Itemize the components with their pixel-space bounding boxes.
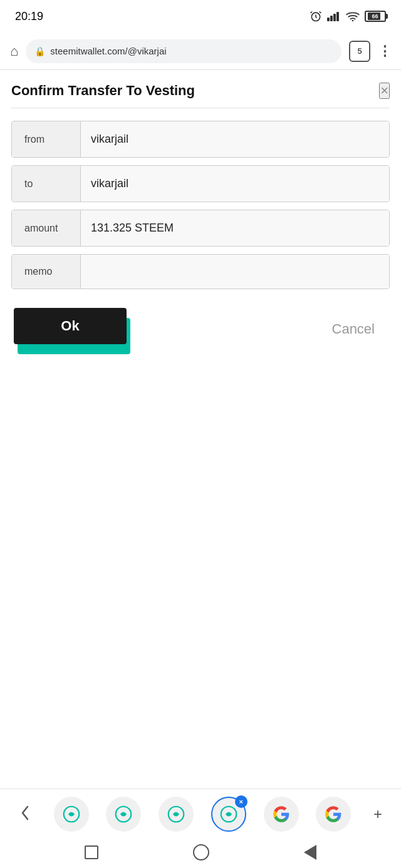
from-value: vikarjail <box>81 121 389 157</box>
memo-field-row: memo <box>11 254 390 289</box>
system-nav-bar <box>0 839 401 868</box>
nav-tab-3[interactable] <box>159 797 194 832</box>
more-menu-icon[interactable]: ⋮ <box>378 43 391 59</box>
svg-rect-2 <box>330 16 333 21</box>
tab-count-button[interactable]: 5 <box>349 41 370 62</box>
svg-point-5 <box>352 20 354 21</box>
svg-rect-1 <box>327 18 330 21</box>
bottom-nav: × + <box>0 789 401 868</box>
lock-icon: 🔒 <box>34 46 45 56</box>
to-value: vikarjail <box>81 166 389 202</box>
ok-button-wrapper: Ok <box>14 308 127 350</box>
amount-label: amount <box>12 210 81 246</box>
back-triangle-icon <box>304 845 316 860</box>
amount-value: 131.325 STEEM <box>81 210 389 246</box>
steemit-tab-icon-1 <box>63 805 80 823</box>
cancel-button[interactable]: Cancel <box>320 315 387 344</box>
status-time: 20:19 <box>15 10 43 23</box>
ok-button[interactable]: Ok <box>14 308 127 344</box>
square-icon <box>85 845 98 859</box>
dialog-divider <box>11 108 390 108</box>
google-tab-icon <box>273 805 290 823</box>
nav-tab-4-active[interactable]: × <box>211 797 246 832</box>
steemit-tab-icon-2 <box>115 805 132 823</box>
svg-rect-4 <box>336 12 339 21</box>
nav-back-icon <box>19 804 31 822</box>
nav-back-button[interactable] <box>14 799 36 830</box>
nav-tab-5-google[interactable] <box>264 797 299 832</box>
circle-icon <box>193 844 209 860</box>
nav-new-tab-button[interactable]: + <box>368 800 387 828</box>
wifi-icon <box>346 11 360 21</box>
battery-icon: 66 <box>365 11 386 22</box>
system-back-button[interactable] <box>304 845 316 860</box>
tab-close-badge[interactable]: × <box>235 795 247 808</box>
nav-tab-2[interactable] <box>106 797 141 832</box>
from-field-row: from vikarjail <box>11 121 390 158</box>
memo-label: memo <box>12 255 81 288</box>
bottom-tabs: × + <box>0 789 401 839</box>
memo-value[interactable] <box>81 255 389 288</box>
button-row: Ok Cancel <box>11 308 390 350</box>
browser-bar: ⌂ 🔒 steemitwallet.com/@vikarjai 5 ⋮ <box>0 33 401 70</box>
alarm-icon <box>310 10 322 23</box>
system-home-button[interactable] <box>193 844 209 860</box>
status-bar: 20:19 66 <box>0 0 401 33</box>
url-bar[interactable]: 🔒 steemitwallet.com/@vikarjai <box>26 39 341 63</box>
steemit-tab-icon-3 <box>167 805 185 823</box>
nav-tab-1[interactable] <box>54 797 89 832</box>
signal-icon <box>327 11 341 21</box>
dialog-title: Confirm Transfer To Vesting <box>11 83 195 99</box>
close-button[interactable]: × <box>379 83 390 99</box>
main-content: Confirm Transfer To Vesting × from vikar… <box>0 70 401 363</box>
status-icons: 66 <box>310 10 386 23</box>
to-label: to <box>12 166 81 202</box>
from-label: from <box>12 121 81 157</box>
google-tab-icon-2 <box>325 805 342 823</box>
svg-rect-3 <box>333 14 336 21</box>
nav-tab-6-google[interactable] <box>316 797 351 832</box>
to-field-row: to vikarjail <box>11 165 390 202</box>
dialog-header: Confirm Transfer To Vesting × <box>11 83 390 99</box>
home-icon[interactable]: ⌂ <box>10 43 18 59</box>
steemit-tab-icon-4 <box>220 805 237 823</box>
system-square-button[interactable] <box>85 845 98 859</box>
url-text: steemitwallet.com/@vikarjai <box>50 46 166 56</box>
amount-field-row: amount 131.325 STEEM <box>11 210 390 247</box>
